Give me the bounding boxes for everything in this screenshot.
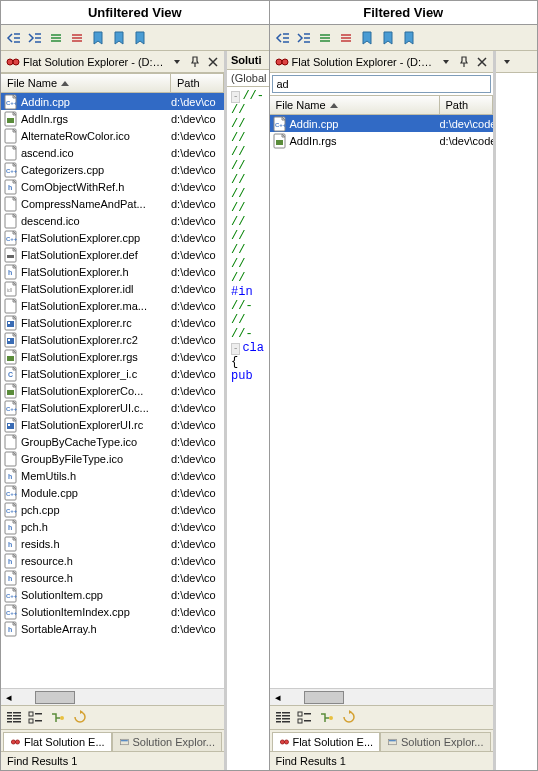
flat-view-button[interactable] [5, 709, 23, 727]
panel-dropdown-icon[interactable] [439, 55, 453, 69]
panel-close-icon[interactable] [475, 55, 489, 69]
code-editor[interactable]: -//-//////////////////////////#in//-////… [227, 87, 269, 770]
indent-button[interactable] [26, 29, 44, 47]
file-row[interactable]: C++Categorizers.cppd:\dev\co [1, 161, 224, 178]
file-icon: h [3, 519, 19, 535]
code-tab[interactable]: Soluti [227, 51, 269, 70]
outdent-button[interactable] [274, 29, 292, 47]
file-row[interactable]: hComObjectWithRef.hd:\dev\co [1, 178, 224, 195]
group-view-button[interactable] [296, 709, 314, 727]
svg-rect-81 [13, 721, 21, 723]
file-icon: C++ [3, 485, 19, 501]
file-path: d:\dev\co [171, 606, 224, 618]
group-view-button[interactable] [27, 709, 45, 727]
file-row[interactable]: C++FlatSolutionExplorerUI.c...d:\dev\co [1, 399, 224, 416]
file-row[interactable]: C++SolutionItem.cppd:\dev\co [1, 586, 224, 603]
col-path[interactable]: Path [171, 74, 224, 92]
file-name: AddIn.rgs [290, 135, 337, 147]
refresh-view-button[interactable] [71, 709, 89, 727]
file-row[interactable]: FlatSolutionExplorer.ma...d:\dev\co [1, 297, 224, 314]
uncomment-button[interactable] [337, 29, 355, 47]
file-row[interactable]: C++pch.cppd:\dev\co [1, 501, 224, 518]
file-row[interactable]: C++FlatSolutionExplorer.cppd:\dev\co [1, 229, 224, 246]
file-row[interactable]: CompressNameAndPat...d:\dev\co [1, 195, 224, 212]
file-row[interactable]: AddIn.rgsd:\dev\codep [270, 132, 493, 149]
svg-point-13 [13, 59, 19, 65]
file-icon [3, 298, 19, 314]
file-row[interactable]: C++Addin.cppd:\dev\co [1, 93, 224, 110]
col-filename[interactable]: File Name [1, 74, 171, 92]
svg-rect-113 [282, 712, 290, 714]
file-name: FlatSolutionExplorer.cpp [21, 232, 140, 244]
tab-flat-explorer[interactable]: Flat Solution E... [272, 732, 381, 751]
panel-dropdown-icon[interactable] [500, 55, 514, 69]
file-row[interactable]: hresids.hd:\dev\co [1, 535, 224, 552]
comment-button[interactable] [47, 29, 65, 47]
indent-button[interactable] [295, 29, 313, 47]
col-path[interactable]: Path [440, 96, 493, 114]
tab-solution-explorer[interactable]: Solution Explor... [380, 732, 490, 751]
uncomment-button[interactable] [68, 29, 86, 47]
filter-input[interactable] [272, 75, 491, 93]
file-row[interactable]: hMemUtils.hd:\dev\co [1, 467, 224, 484]
file-row[interactable]: FlatSolutionExplorerCo...d:\dev\co [1, 382, 224, 399]
find-results-bar[interactable]: Find Results 1 [1, 751, 224, 770]
file-row[interactable]: ascend.icod:\dev\co [1, 144, 224, 161]
file-icon: idl [3, 281, 19, 297]
find-results-bar[interactable]: Find Results 1 [270, 751, 493, 770]
file-row[interactable]: CFlatSolutionExplorer_i.cd:\dev\co [1, 365, 224, 382]
file-row[interactable]: descend.icod:\dev\co [1, 212, 224, 229]
file-icon: C++ [272, 116, 288, 132]
h-scrollbar[interactable]: ◂ [1, 688, 224, 705]
file-row[interactable]: FlatSolutionExplorer.rcd:\dev\co [1, 314, 224, 331]
panel-dropdown-icon[interactable] [170, 55, 184, 69]
file-row[interactable]: FlatSolutionExplorer.defd:\dev\co [1, 246, 224, 263]
file-row[interactable]: hSortableArray.hd:\dev\co [1, 620, 224, 637]
file-row[interactable]: hresource.hd:\dev\co [1, 552, 224, 569]
svg-rect-83 [35, 713, 42, 715]
file-row[interactable]: AlternateRowColor.icod:\dev\co [1, 127, 224, 144]
file-row[interactable]: C++Module.cppd:\dev\co [1, 484, 224, 501]
file-list[interactable]: C++Addin.cppd:\dev\codepAddIn.rgsd:\dev\… [270, 115, 493, 688]
h-scrollbar[interactable]: ◂ [270, 688, 493, 705]
tab-solution-explorer[interactable]: Solution Explor... [112, 732, 222, 751]
scope-selector[interactable]: (Global S [227, 70, 269, 87]
file-list[interactable]: C++Addin.cppd:\dev\coAddIn.rgsd:\dev\coA… [1, 93, 224, 688]
file-row[interactable]: hresource.hd:\dev\co [1, 569, 224, 586]
bookmark-button[interactable] [131, 29, 149, 47]
outdent-button[interactable] [5, 29, 23, 47]
panel-close-icon[interactable] [206, 55, 220, 69]
flat-view-button[interactable] [274, 709, 292, 727]
cat-view-button[interactable] [318, 709, 336, 727]
file-row[interactable]: FlatSolutionExplorer.rgsd:\dev\co [1, 348, 224, 365]
bookmark-button[interactable] [358, 29, 376, 47]
file-path: d:\dev\co [171, 385, 224, 397]
panel-pin-icon[interactable] [457, 55, 471, 69]
code-editor[interactable] [496, 73, 538, 770]
bookmark-button[interactable] [89, 29, 107, 47]
file-row[interactable]: GroupByCacheType.icod:\dev\co [1, 433, 224, 450]
col-filename[interactable]: File Name [270, 96, 440, 114]
bookmark-button[interactable] [400, 29, 418, 47]
file-row[interactable]: C++SolutionItemIndex.cppd:\dev\co [1, 603, 224, 620]
file-row[interactable]: GroupByFileType.icod:\dev\co [1, 450, 224, 467]
file-row[interactable]: hpch.hd:\dev\co [1, 518, 224, 535]
explorer-toolbar [270, 705, 493, 729]
refresh-view-button[interactable] [340, 709, 358, 727]
tab-flat-explorer[interactable]: Flat Solution E... [3, 732, 112, 751]
file-row[interactable]: AddIn.rgsd:\dev\co [1, 110, 224, 127]
bookmark-button[interactable] [110, 29, 128, 47]
file-path: d:\dev\co [171, 300, 224, 312]
file-row[interactable]: idlFlatSolutionExplorer.idld:\dev\co [1, 280, 224, 297]
file-row[interactable]: FlatSolutionExplorerUI.rcd:\dev\co [1, 416, 224, 433]
file-name: FlatSolutionExplorer.ma... [21, 300, 147, 312]
cat-view-button[interactable] [49, 709, 67, 727]
bookmark-button[interactable] [379, 29, 397, 47]
comment-button[interactable] [316, 29, 334, 47]
format-toolbar [270, 25, 538, 51]
svg-text:C++: C++ [275, 122, 287, 128]
file-row[interactable]: C++Addin.cppd:\dev\codep [270, 115, 493, 132]
panel-pin-icon[interactable] [188, 55, 202, 69]
file-row[interactable]: FlatSolutionExplorer.rc2d:\dev\co [1, 331, 224, 348]
file-row[interactable]: hFlatSolutionExplorer.hd:\dev\co [1, 263, 224, 280]
